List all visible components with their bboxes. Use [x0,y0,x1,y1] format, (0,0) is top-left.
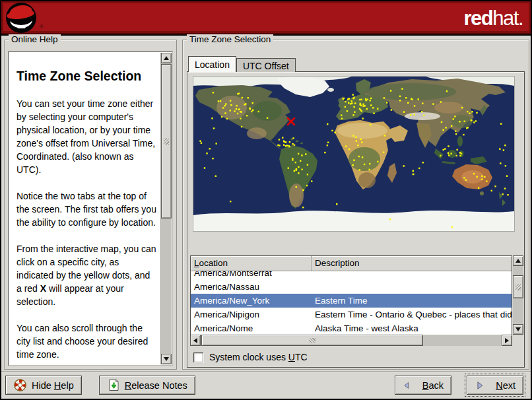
scroll-up-button[interactable] [513,255,523,266]
registered-mark: ® [40,24,44,30]
timezone-frame-label: Time Zone Selection [187,34,273,44]
help-text: Time Zone Selection You can set your tim… [9,52,160,364]
utc-checkbox-row: System clock uses UTC [193,352,308,362]
help-paragraph: You can set your time zone either by sel… [17,97,157,176]
button-bar: Hide Help Release Notes Back Next [1,371,531,399]
timezone-table: Location Description America/MontserratA… [190,255,523,346]
help-scrollbar[interactable] [160,53,172,364]
scrollbar-thumb[interactable] [201,335,423,346]
table-header: Location Description [191,256,512,271]
release-notes-icon [107,378,120,392]
title-bar: ® redhat. [1,1,531,34]
right-arrow-icon [505,338,509,343]
down-arrow-icon [515,327,521,331]
online-help-frame-label: Online Help [9,34,61,44]
online-help-frame: Online Help Time Zone Selection You can … [4,40,177,370]
table-body: America/MontserratAmerica/NassauAmerica/… [191,271,512,335]
next-button-focus-ring: Next [465,374,525,397]
table-row[interactable]: America/Nassau [191,280,512,294]
next-button[interactable]: Next [467,376,523,395]
release-notes-label: Release Notes [125,380,187,391]
release-notes-button[interactable]: Release Notes [99,376,195,395]
world-map[interactable] [193,77,514,231]
system-clock-utc-checkbox[interactable] [193,352,203,362]
back-arrow-icon [403,380,411,391]
cell-location: America/Montserrat [191,271,312,280]
column-header-location[interactable]: Location [191,256,312,271]
up-arrow-icon [164,56,169,60]
hide-help-label: Hide Help [32,380,74,391]
up-arrow-icon [515,259,521,263]
back-label: Back [422,380,444,391]
timezone-frame: Time Zone Selection Location UTC Offset [182,40,529,370]
left-arrow-icon [193,338,197,343]
location-tab-page: Location Description America/MontserratA… [187,71,525,368]
tab-bar: Location UTC Offset [188,56,296,72]
help-title: Time Zone Selection [17,69,156,84]
table-row[interactable]: America/Montserrat [191,271,512,280]
next-arrow-icon [475,380,484,391]
cell-description: Eastern Time [312,294,512,308]
hide-help-button[interactable]: Hide Help [5,376,82,395]
redhat-wordmark: redhat. [464,7,523,30]
scroll-left-button[interactable] [190,335,201,346]
table-row[interactable]: America/New_YorkEastern Time [191,294,512,308]
scroll-right-button[interactable] [502,335,512,346]
help-panel: Time Zone Selection You can set your tim… [8,51,173,366]
thumb-grip [515,284,521,290]
wordmark-hat: hat [492,7,518,30]
table-row[interactable]: America/NomeAlaska Time - west Alaska [191,321,512,335]
scrollbar-thumb[interactable] [161,64,172,218]
cell-description [312,271,512,280]
wordmark-red: red [464,7,493,30]
cell-description: Eastern Time - Ontario & Quebec - places… [312,308,512,321]
wordmark-period: . [518,7,523,30]
life-preserver-icon [13,378,27,392]
system-clock-utc-label: System clock uses UTC [209,352,308,362]
thumb-grip [164,138,169,145]
cell-location: America/Nome [191,321,312,335]
next-label: Next [496,380,515,391]
cell-location: America/New_York [191,294,312,308]
cell-location: America/Nassau [191,280,312,294]
help-paragraph: Notice the two tabs at the top of the sc… [17,189,157,229]
table-horizontal-scrollbar[interactable] [190,335,512,346]
scroll-down-button[interactable] [161,354,172,364]
tab-location[interactable]: Location [188,56,236,72]
scroll-up-button[interactable] [161,53,172,63]
map-container [193,76,515,232]
redhat-shadowman-logo [3,1,39,34]
cell-location: America/Nipigon [191,308,312,321]
help-paragraph: From the interactive map, you can click … [17,242,157,308]
down-arrow-icon [164,357,169,361]
scrollbar-thumb[interactable] [513,275,523,298]
column-header-description[interactable]: Description [312,256,512,271]
cell-description [312,280,512,294]
back-button[interactable]: Back [395,376,451,395]
thumb-grip [309,338,316,343]
installer-window: ® redhat. Online Help Time Zone Selectio… [0,0,532,400]
table-row[interactable]: America/NipigonEastern Time - Ontario & … [191,308,512,321]
tab-utc-offset[interactable]: UTC Offset [236,58,296,72]
table-vertical-scrollbar[interactable] [513,255,523,335]
cell-description: Alaska Time - west Alaska [312,321,512,335]
help-paragraph: You can also scroll through the city lis… [17,321,157,361]
scroll-down-button[interactable] [513,324,523,335]
